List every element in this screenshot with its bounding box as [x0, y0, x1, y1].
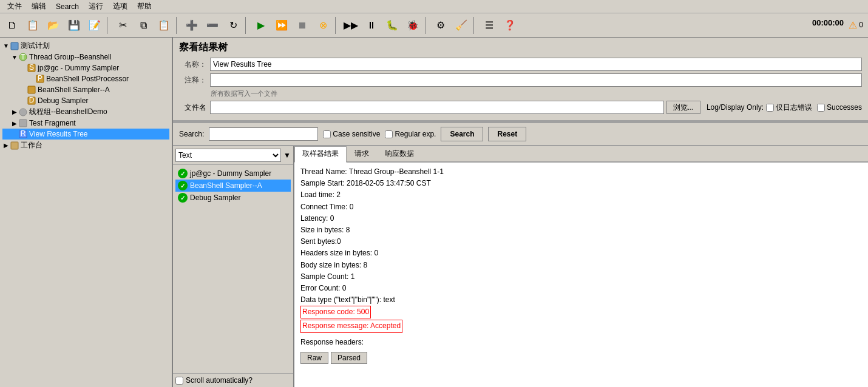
sep5	[425, 17, 429, 34]
error-count-line: Error Count: 0	[300, 283, 862, 294]
svg-rect-0	[11, 42, 18, 50]
tree-item-postprocessor[interactable]: P BeanShell PostProcessor	[2, 73, 169, 84]
result-item-beanshell-a[interactable]: ✓ BeanShell Sampler--A	[175, 180, 291, 192]
expand-btn[interactable]: ➕	[182, 16, 202, 35]
headers-size-line: Headers size in bytes: 0	[300, 247, 862, 259]
tree-item-dummy[interactable]: S jp@gc - Dummy Sampler	[2, 62, 169, 73]
expand-arrow: ▼	[2, 42, 10, 49]
start-nopause-btn[interactable]: ⏩	[272, 16, 291, 35]
name-input[interactable]	[210, 58, 862, 71]
tree-label: Test Fragment	[29, 119, 76, 127]
main-layout: ▼ 测试计划 ▼ T Thread Group--Beanshell S jp@…	[0, 38, 868, 387]
parsed-button[interactable]: Parsed	[331, 352, 367, 364]
filter-dropdown-icon[interactable]: ▼	[283, 151, 291, 160]
error-label: 仅日志错误	[776, 103, 812, 113]
paste-btn[interactable]: 📋	[154, 16, 174, 35]
comment-input[interactable]	[210, 73, 862, 87]
menu-edit[interactable]: 编辑	[27, 0, 51, 13]
result-label-debug: Debug Sampler	[190, 194, 240, 202]
menu-help[interactable]: 帮助	[132, 0, 157, 13]
regex-label[interactable]: Regular exp.	[385, 130, 436, 138]
tree-item-debug[interactable]: D Debug Sampler	[2, 95, 169, 106]
response-message-value: Response message: Accepted	[300, 320, 402, 332]
sep4	[335, 17, 339, 34]
toggle-btn[interactable]: ↻	[223, 16, 243, 35]
tab-content-sampler: Thread Name: Thread Group--Beanshell 1-1…	[294, 163, 868, 387]
browse-button[interactable]: 浏览...	[666, 101, 700, 114]
remote-start-btn[interactable]: ▶▶	[341, 16, 361, 35]
filter-select[interactable]: Text	[175, 149, 281, 162]
cut-btn[interactable]: ✂	[113, 16, 132, 35]
tree-item-threadgroup[interactable]: ▼ T Thread Group--Beanshell	[2, 52, 169, 62]
broom-btn[interactable]: 🧹	[452, 16, 471, 35]
tree-item-testplan[interactable]: ▼ 测试计划	[2, 40, 169, 52]
fragment-icon	[18, 118, 28, 128]
search-input[interactable]	[209, 127, 318, 141]
search-button[interactable]: Search	[441, 127, 483, 141]
open-btn[interactable]: 📂	[44, 16, 63, 35]
file-input[interactable]	[210, 101, 664, 114]
tree-item-threadgroup2[interactable]: ▶ 线程组--BeanshellDemo	[2, 106, 169, 118]
function-btn[interactable]: ⚙	[431, 16, 450, 35]
log-display-label: Log/Display Only:	[707, 103, 764, 112]
save-btn[interactable]: 💾	[64, 16, 84, 35]
remote-stop-btn[interactable]: ⏸	[362, 16, 381, 35]
menu-options[interactable]: 选项	[108, 0, 132, 13]
menu-run[interactable]: 运行	[84, 0, 108, 13]
scroll-auto-label: Scroll automatically?	[186, 376, 253, 385]
sent-bytes-line: Sent bytes:0	[300, 236, 862, 247]
debug-btn[interactable]: 🐛	[382, 16, 402, 35]
result-item-dummy[interactable]: ✓ jp@gc - Dummy Sampler	[175, 167, 291, 180]
success-checkbox[interactable]	[817, 104, 825, 112]
panel-header: 察看结果树 名称： 注释： 所有数据写入一个文件 文件名 浏览... Log/D…	[173, 38, 868, 121]
reset-button[interactable]: Reset	[488, 127, 526, 141]
tab-sampler-results[interactable]: 取样器结果	[294, 146, 347, 163]
new-btn[interactable]: 🗋	[2, 16, 22, 35]
tree-label: BeanShell Sampler--A	[38, 86, 110, 94]
sep2	[176, 17, 180, 34]
tree-item-workbench[interactable]: ▶ 工作台	[2, 140, 169, 151]
success-check-label[interactable]: Successes	[817, 103, 862, 112]
svg-rect-7	[28, 86, 35, 93]
regex-text: Regular exp.	[395, 130, 436, 138]
tree-item-fragment[interactable]: ▶ Test Fragment	[2, 118, 169, 129]
tab-request[interactable]: 请求	[347, 146, 377, 161]
search-row: Search: Case sensitive Regular exp. Sear…	[173, 123, 868, 146]
shutdown-btn[interactable]: ⊗	[313, 16, 333, 35]
templates-btn[interactable]: 📋	[23, 16, 42, 35]
collapse-btn[interactable]: ➖	[203, 16, 222, 35]
error-check-label[interactable]: 仅日志错误	[766, 103, 812, 113]
menubar: 文件 编辑 Search 运行 选项 帮助	[0, 0, 868, 13]
copy-btn[interactable]: ⧉	[134, 16, 153, 35]
tab-response-data[interactable]: 响应数据	[377, 146, 422, 161]
left-tree-panel: ▼ 测试计划 ▼ T Thread Group--Beanshell S jp@…	[0, 38, 173, 387]
response-code-line: Response code: 500	[300, 306, 862, 318]
regex-checkbox[interactable]	[385, 130, 393, 138]
tree-label: Thread Group--Beanshell	[29, 53, 111, 61]
raw-button[interactable]: Raw	[300, 352, 328, 364]
help-btn[interactable]: ❓	[500, 16, 520, 35]
tabs-row: 取样器结果 请求 响应数据	[294, 146, 868, 163]
menu-search[interactable]: Search	[51, 1, 84, 12]
list-btn[interactable]: ☰	[480, 16, 499, 35]
result-item-debug[interactable]: ✓ Debug Sampler	[175, 192, 291, 204]
svg-text:D: D	[29, 96, 35, 104]
menu-file[interactable]: 文件	[2, 0, 27, 13]
start-btn[interactable]: ▶	[251, 16, 271, 35]
debug2-btn[interactable]: 🐞	[403, 16, 422, 35]
expand-arrow-wb: ▶	[2, 142, 10, 149]
saveas-btn[interactable]: 📝	[85, 16, 104, 35]
scroll-auto-row: Scroll automatically?	[173, 373, 293, 387]
result-status-beanshell: ✓	[178, 181, 188, 190]
tree-item-beanshell-a[interactable]: BeanShell Sampler--A	[2, 84, 169, 95]
case-sensitive-checkbox[interactable]	[323, 130, 331, 138]
error-checkbox[interactable]	[766, 104, 774, 112]
case-sensitive-label[interactable]: Case sensitive	[323, 130, 380, 138]
name-label: 名称：	[179, 59, 206, 70]
tree-item-viewresults[interactable]: R View Results Tree	[2, 129, 169, 140]
tree-label: 线程组--BeanshellDemo	[29, 107, 107, 117]
result-status-dummy: ✓	[178, 169, 188, 178]
scroll-auto-checkbox[interactable]	[175, 377, 183, 385]
stop-btn[interactable]: ⏹	[293, 16, 312, 35]
comment-label: 注释：	[179, 75, 206, 86]
